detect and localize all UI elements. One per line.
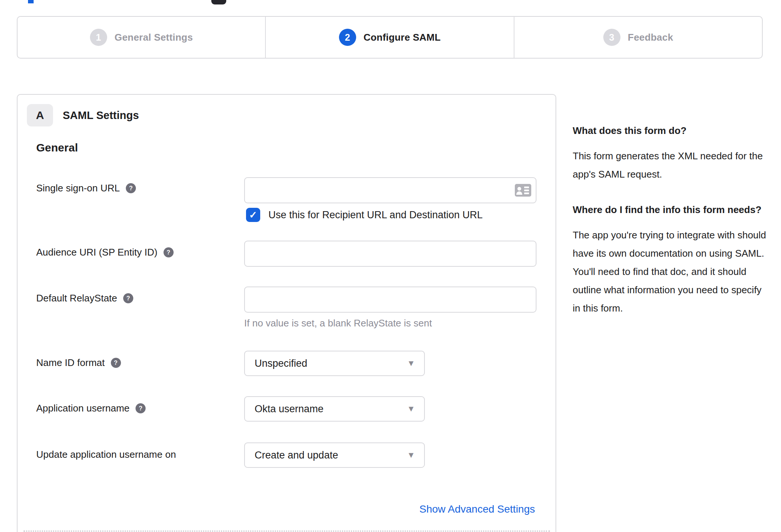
- relay-state-label-text: Default RelayState: [36, 292, 117, 304]
- step-label: Configure SAML: [364, 32, 441, 43]
- update-app-username-label-text: Update application username on: [36, 449, 176, 460]
- recipient-url-checkbox-row: ✓ Use this for Recipient URL and Destina…: [246, 208, 483, 222]
- sso-url-label: Single sign-on URL ?: [36, 182, 136, 194]
- sidebar-body-where: The app you're trying to integrate with …: [573, 226, 771, 317]
- step-number-badge: 2: [339, 29, 356, 46]
- relay-state-label: Default RelayState ?: [36, 292, 133, 304]
- show-advanced-settings-link[interactable]: Show Advanced Settings: [419, 503, 535, 515]
- step-label: General Settings: [115, 32, 193, 43]
- update-app-username-select[interactable]: Create and update ▼: [244, 442, 425, 468]
- application-username-label-text: Application username: [36, 403, 130, 414]
- update-app-username-value: Create and update: [255, 450, 338, 461]
- panel-title: SAML Settings: [63, 109, 139, 122]
- name-id-format-select[interactable]: Unspecified ▼: [244, 351, 425, 376]
- chevron-down-icon: ▼: [407, 359, 415, 367]
- name-id-format-value: Unspecified: [255, 358, 307, 369]
- application-username-help-icon[interactable]: ?: [136, 403, 146, 413]
- application-username-value: Okta username: [255, 403, 324, 415]
- chevron-down-icon: ▼: [407, 405, 415, 413]
- step-label: Feedback: [628, 32, 673, 43]
- sso-url-help-icon[interactable]: ?: [126, 183, 136, 193]
- contact-card-icon[interactable]: [515, 184, 531, 197]
- help-sidebar: What does this form do? This form genera…: [573, 122, 771, 335]
- name-id-format-help-icon[interactable]: ?: [111, 358, 121, 368]
- cutoff-blue-artifact: [28, 0, 34, 3]
- application-username-select[interactable]: Okta username ▼: [244, 396, 425, 422]
- wizard-stepper: 1 General Settings 2 Configure SAML 3 Fe…: [17, 16, 763, 59]
- relay-state-input[interactable]: [244, 287, 536, 313]
- recipient-url-checkbox-label: Use this for Recipient URL and Destinati…: [268, 209, 483, 221]
- cutoff-dark-artifact: [211, 0, 226, 4]
- saml-wizard-page: 1 General Settings 2 Configure SAML 3 Fe…: [0, 0, 781, 532]
- step-number-badge: 3: [603, 29, 620, 46]
- saml-settings-panel: A SAML Settings General Single sign-on U…: [17, 94, 556, 532]
- audience-uri-help-icon[interactable]: ?: [164, 247, 174, 257]
- name-id-format-label: Name ID format ?: [36, 357, 121, 369]
- sso-url-input-wrap: [244, 177, 536, 203]
- audience-uri-label-text: Audience URI (SP Entity ID): [36, 247, 158, 258]
- update-app-username-label: Update application username on: [36, 449, 176, 460]
- audience-uri-input[interactable]: [244, 241, 536, 267]
- application-username-label: Application username ?: [36, 403, 146, 414]
- relay-state-help-icon[interactable]: ?: [123, 293, 133, 303]
- step-feedback: 3 Feedback: [514, 17, 762, 58]
- sso-url-label-text: Single sign-on URL: [36, 182, 120, 194]
- step-general-settings[interactable]: 1 General Settings: [18, 17, 265, 58]
- chevron-down-icon: ▼: [407, 451, 415, 459]
- section-divider: [24, 531, 550, 532]
- recipient-url-checkbox[interactable]: ✓: [246, 208, 260, 222]
- sidebar-heading-what: What does this form do?: [573, 122, 771, 139]
- name-id-format-label-text: Name ID format: [36, 357, 105, 369]
- section-a-badge: A: [27, 104, 53, 126]
- panel-header: A SAML Settings: [27, 104, 139, 126]
- step-configure-saml[interactable]: 2 Configure SAML: [265, 17, 513, 58]
- audience-uri-label: Audience URI (SP Entity ID) ?: [36, 247, 174, 258]
- sidebar-heading-where: Where do I find the info this form needs…: [573, 201, 771, 218]
- sidebar-body-what: This form generates the XML needed for t…: [573, 147, 771, 184]
- general-section-heading: General: [36, 141, 78, 154]
- sso-url-input[interactable]: [244, 177, 536, 203]
- step-number-badge: 1: [90, 29, 107, 46]
- relay-state-hint: If no value is set, a blank RelayState i…: [244, 317, 432, 329]
